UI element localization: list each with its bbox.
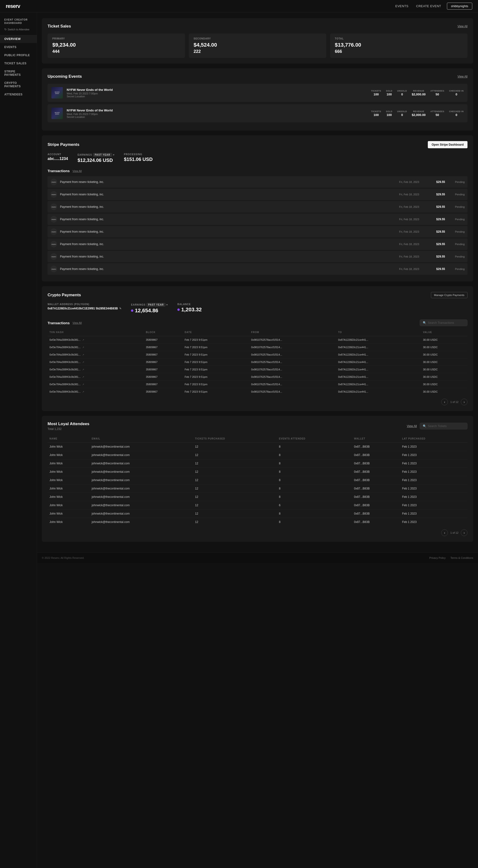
stripe-earnings: EARNINGS Past Year ▾ $12,324.06 USD <box>77 153 114 163</box>
ext-link-icon-0[interactable]: ↗ <box>82 339 84 341</box>
event-name-1: NYFW Never Ends of the World <box>67 88 368 92</box>
txn-to-cell-1: 0x87A1226E0c21ce441... <box>336 344 421 351</box>
ext-link-icon-4[interactable]: ↗ <box>82 368 84 371</box>
attendee-name-2: John Wick <box>47 459 90 468</box>
col-block: BLOCK <box>144 329 183 336</box>
crypto-prev-page-button[interactable]: ‹ <box>441 399 448 405</box>
txn-status-6: Pending <box>448 255 465 258</box>
attendee-tickets-0: 12 <box>193 443 277 451</box>
wallet-edit-icon[interactable]: ✎ <box>119 307 121 310</box>
attendee-tickets-6: 12 <box>193 493 277 501</box>
polygon-icon <box>131 309 133 312</box>
ext-link-icon-6[interactable]: ↗ <box>82 383 84 386</box>
attendee-email-3: johnwick@thecontinental.com <box>90 468 193 476</box>
attendee-events-7: 6 <box>277 501 352 509</box>
sidebar-item-stripe-payments[interactable]: STRIPE PAYMENTS <box>0 67 37 79</box>
stripe-header: Stripe Payments Open Stripe Dashboard <box>47 141 468 148</box>
create-event-nav-link[interactable]: CREATE EVENT <box>416 4 441 8</box>
attendee-row-9: John Wick johnwick@thecontinental.com 12… <box>47 518 468 526</box>
sidebar: EVENT CREATORDASHBOARD Switch to Attende… <box>0 12 37 868</box>
attendee-name-0: John Wick <box>47 443 90 451</box>
reserv-logo-icon-2: reserv <box>51 204 57 210</box>
manage-crypto-button[interactable]: Manage Crypto Payments <box>431 292 468 298</box>
attendee-tickets-9: 12 <box>193 518 277 526</box>
crypto-table-body: 0xf3e784a308f43c0b381... ↗ 35809867 Feb … <box>47 336 468 396</box>
crypto-txn-row-4: 0xf3e784a308f43c0b381... ↗ 35809867 Feb … <box>47 366 468 373</box>
attendee-events-0: 8 <box>277 443 352 451</box>
txn-date-cell-7: Feb 7 2023 9:51pm <box>183 388 249 396</box>
attendee-wallet-9: 0x87...B83B <box>352 518 400 526</box>
topnav: reserv EVENTS CREATE EVENT shibbynights <box>0 0 478 12</box>
sidebar-item-public-profile[interactable]: PUBLIC PROFILE <box>0 51 37 59</box>
txn-hash-cell-7: 0xf3e784a308f43c0b381... ↗ <box>47 388 144 396</box>
crypto-txn-view-all[interactable]: View All <box>73 321 82 324</box>
stripe-earnings-period: Past Year <box>93 153 112 157</box>
event-unsold-1: UNSOLD 0 <box>397 90 407 96</box>
event-info-2: NYFW Never Ends of the World Wed, Feb 15… <box>67 108 368 118</box>
stripe-payments-card: Stripe Payments Open Stripe Dashboard AC… <box>42 135 473 281</box>
txn-block-cell-5: 35809867 <box>144 373 183 381</box>
attendee-wallet-1: 0x87...B83B <box>352 451 400 459</box>
stripe-txn-view-all[interactable]: View All <box>73 169 82 173</box>
search-transactions-box[interactable]: 🔍 Search Transactions <box>420 319 468 326</box>
attendee-name-4: John Wick <box>47 476 90 485</box>
total-stat-label: TOTAL <box>335 37 463 40</box>
privacy-policy-link[interactable]: Privacy Policy <box>429 556 446 559</box>
terms-conditions-link[interactable]: Terms & Conditions <box>450 556 473 559</box>
ticket-sales-view-all[interactable]: View All <box>457 25 468 28</box>
secondary-stat-amount: $4,524.00 <box>194 42 321 48</box>
reserv-logo-icon-5: reserv <box>51 241 57 247</box>
upcoming-events-view-all[interactable]: View All <box>457 75 468 78</box>
ext-link-icon-3[interactable]: ↗ <box>82 361 84 364</box>
txn-from-cell-5: 0x9810762578accf1f314... <box>249 373 336 381</box>
txn-to-cell-6: 0x87A1226E0c21ce441... <box>336 381 421 388</box>
attendees-view-all[interactable]: View All <box>407 425 417 428</box>
crypto-page-info: 1 of 12 <box>450 401 458 403</box>
open-stripe-dashboard-button[interactable]: Open Stripe Dashboard <box>428 141 468 148</box>
attendees-prev-page-button[interactable]: ‹ <box>441 529 448 536</box>
attendees-card: Most Loyal Attendees Total 1,232 View Al… <box>42 416 473 542</box>
event-row-2: NEVERENDS NYFW Never Ends of the World W… <box>47 104 468 122</box>
event-unsold-2: UNSOLD 0 <box>397 110 407 117</box>
search-tickets-box[interactable]: 🔍 Search Tickets <box>420 423 468 430</box>
crypto-meta: WALLET ADDRESS (POLYGON) 0x87A1226E0c21c… <box>47 303 468 314</box>
sidebar-role-label: EVENT CREATORDASHBOARD <box>0 18 37 27</box>
user-account-button[interactable]: shibbynights <box>447 3 472 9</box>
event-date-1: Wed, Feb 15 2023 7:00pm <box>67 92 368 95</box>
txn-amount-6: $29.55 <box>431 255 445 258</box>
sidebar-item-overview[interactable]: OVERVIEW <box>0 35 37 43</box>
attendees-next-page-button[interactable]: › <box>461 529 468 536</box>
txn-from-cell-0: 0x9810762578accf1f314... <box>249 336 336 344</box>
upcoming-events-title: Upcoming Events <box>47 74 82 79</box>
ext-link-icon-1[interactable]: ↗ <box>82 346 84 349</box>
ext-link-icon-5[interactable]: ↗ <box>82 376 84 378</box>
attendee-last-7: Feb 1 2023 <box>400 501 468 509</box>
sidebar-item-crypto-payments[interactable]: CRYPTO PAYMENTS <box>0 79 37 90</box>
logo: reserv <box>6 3 20 9</box>
ext-link-icon-2[interactable]: ↗ <box>82 353 84 356</box>
col-wallet: WALLET <box>352 435 400 443</box>
attendee-email-4: johnwick@thecontinental.com <box>90 476 193 485</box>
col-events-attended: EVENTS ATTENDED <box>277 435 352 443</box>
attendee-wallet-4: 0x87...B83B <box>352 476 400 485</box>
crypto-next-page-button[interactable]: › <box>461 399 468 405</box>
total-stat-count: 666 <box>335 49 463 54</box>
events-nav-link[interactable]: EVENTS <box>395 4 409 8</box>
crypto-txn-row-2: 0xf3e784a308f43c0b381... ↗ 35809867 Feb … <box>47 351 468 359</box>
attendee-row-5: John Wick johnwick@thecontinental.com 12… <box>47 485 468 493</box>
sidebar-item-events[interactable]: EVENTS <box>0 43 37 51</box>
event-attendees-2: ATTENDEES 50 <box>431 110 444 117</box>
sidebar-item-attendees[interactable]: ATTENDEES <box>0 90 37 98</box>
col-name: NAME <box>47 435 90 443</box>
stripe-meta: ACCOUNT abc.....1234 EARNINGS Past Year … <box>47 153 468 163</box>
txn-amount-1: $29.55 <box>431 193 445 196</box>
attendee-events-6: 8 <box>277 493 352 501</box>
event-tickets-2: TICKETS 100 <box>371 110 381 117</box>
ticket-sales-title: Ticket Sales <box>47 24 71 29</box>
switch-to-attendee[interactable]: Switch to Attendee <box>0 27 37 35</box>
primary-stat-count: 444 <box>52 49 180 54</box>
txn-desc-1: Payment from reserv ticketing, inc. <box>60 193 396 196</box>
ext-link-icon-7[interactable]: ↗ <box>82 391 84 393</box>
sidebar-item-ticket-sales[interactable]: TICKET SALES <box>0 59 37 67</box>
stripe-processing-value: $151.06 USD <box>124 157 153 162</box>
